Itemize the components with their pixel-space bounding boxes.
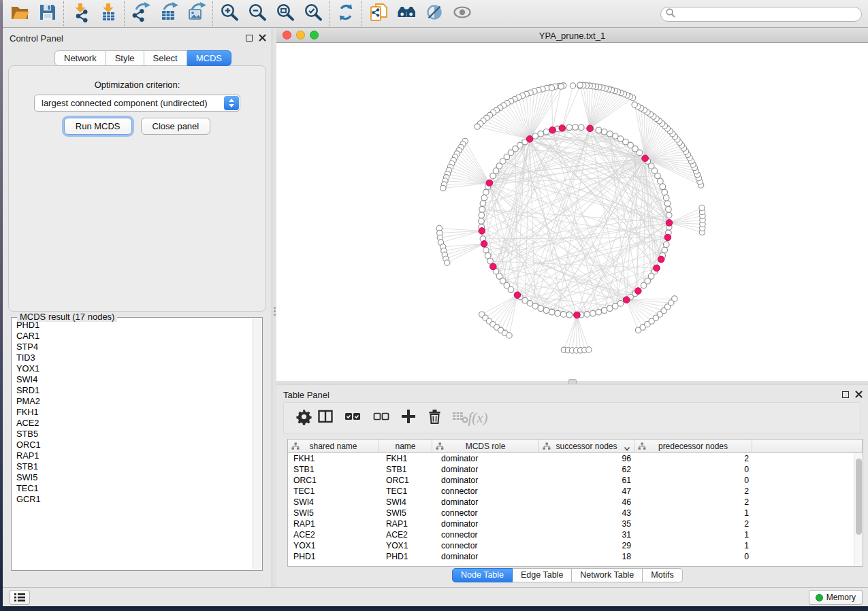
network-canvas[interactable] <box>276 43 868 381</box>
delete-entry-button[interactable] <box>424 404 445 431</box>
tab-select[interactable]: Select <box>144 50 187 66</box>
mcds-result-item[interactable]: SWI5 <box>12 472 253 483</box>
search-input[interactable] <box>679 10 856 19</box>
save-session-button[interactable] <box>33 1 61 26</box>
close-panel-button[interactable]: Close panel <box>141 118 211 135</box>
column-header-name[interactable]: name <box>379 440 432 453</box>
open-file-button[interactable] <box>5 1 33 26</box>
add-entry-button[interactable] <box>398 404 419 431</box>
share-document-button[interactable] <box>364 1 392 26</box>
column-header-successor-nodes[interactable]: successor nodes <box>539 440 634 453</box>
column-header-shared-name[interactable]: shared name <box>288 440 379 453</box>
table-row[interactable]: STB1STB1dominator620 <box>288 464 854 475</box>
mcds-result-item[interactable]: STB5 <box>12 429 253 440</box>
zoom-in-icon <box>219 2 240 25</box>
select-all-icon <box>344 408 361 427</box>
column-header-MCDS-role[interactable]: MCDS role <box>432 440 539 453</box>
float-table-panel-icon[interactable] <box>842 391 849 398</box>
mcds-result-item[interactable]: TEC1 <box>12 483 253 494</box>
zoom-in-button[interactable] <box>215 1 243 26</box>
table-row[interactable]: SWI4SWI4dominator462 <box>288 497 854 508</box>
binoculars-button[interactable] <box>392 1 420 26</box>
delete-table-icon <box>452 409 468 427</box>
tab-network-table[interactable]: Network Table <box>572 568 643 582</box>
zoom-fit-icon <box>275 2 295 25</box>
optimization-criterion-select[interactable]: largest connected component (undirected) <box>34 95 240 112</box>
table-row[interactable]: RAP1RAP1dominator352 <box>288 518 854 529</box>
mcds-result-item[interactable]: PHD1 <box>12 320 253 331</box>
mcds-result-item[interactable]: TID3 <box>12 352 253 363</box>
mcds-result-item[interactable]: ACE2 <box>12 418 253 429</box>
dropdown-stepper-icon <box>224 96 239 110</box>
mcds-result-item[interactable]: PMA2 <box>12 396 253 407</box>
table-panel-title: Table Panel <box>283 390 329 400</box>
table-row[interactable]: FKH1FKH1dominator962 <box>288 453 854 464</box>
close-table-panel-icon[interactable] <box>855 391 863 398</box>
hierarchy-icon <box>291 442 300 452</box>
tab-style[interactable]: Style <box>106 50 144 66</box>
tab-mcds[interactable]: MCDS <box>187 50 231 66</box>
select-all-button[interactable] <box>342 404 363 431</box>
mcds-result-item[interactable]: FKH1 <box>12 407 253 418</box>
zoom-fit-button[interactable] <box>271 1 299 26</box>
mcds-result-item[interactable]: GCR1 <box>12 494 253 505</box>
result-scrollbar[interactable] <box>253 318 261 569</box>
zoom-selected-icon <box>303 2 323 25</box>
table-row[interactable]: PHD1PHD1dominator180 <box>288 551 854 562</box>
tab-node-table[interactable]: Node Table <box>452 568 513 582</box>
zoom-out-button[interactable] <box>243 1 271 26</box>
network-graph[interactable] <box>276 43 868 381</box>
memory-status-icon <box>816 594 823 601</box>
zoom-selected-button[interactable] <box>299 1 327 26</box>
hide-details-button[interactable] <box>420 1 448 26</box>
node-table: shared namenameMCDS rolesuccessor nodesp… <box>287 439 863 567</box>
mcds-result-item[interactable]: CAR1 <box>12 331 253 342</box>
mcds-result-item[interactable]: STP4 <box>12 342 253 352</box>
refresh-icon <box>336 2 356 25</box>
table-scrollbar[interactable] <box>854 453 863 566</box>
show-columns-button[interactable] <box>315 404 336 431</box>
toolbar-separator <box>329 1 329 26</box>
refresh-button[interactable] <box>332 1 359 26</box>
mcds-result-item[interactable]: RAP1 <box>12 450 253 461</box>
status-bar: Memory <box>3 587 868 606</box>
table-settings-button[interactable] <box>293 404 314 431</box>
memory-label: Memory <box>826 593 856 602</box>
network-window-title: YPA_prune.txt_1 <box>276 31 868 41</box>
network-window-titlebar[interactable]: YPA_prune.txt_1 <box>276 28 868 43</box>
deselect-all-icon <box>373 408 389 427</box>
task-history-button[interactable] <box>10 590 30 605</box>
table-row[interactable]: YOX1YOX1connector291 <box>288 540 854 551</box>
export-table-button[interactable] <box>155 1 182 26</box>
mcds-result-item[interactable]: YOX1 <box>12 363 253 374</box>
table-row[interactable]: SWI5SWI5connector431 <box>288 508 854 518</box>
hierarchy-icon <box>638 442 646 452</box>
mcds-result-item[interactable]: STB1 <box>12 461 253 472</box>
float-panel-icon[interactable] <box>246 35 253 42</box>
tab-network[interactable]: Network <box>54 50 106 66</box>
table-row[interactable]: TEC1TEC1connector472 <box>288 486 854 497</box>
table-settings-icon <box>295 408 312 428</box>
mcds-result-item[interactable]: ORC1 <box>12 440 253 450</box>
column-header-predecessor-nodes[interactable]: predecessor nodes <box>634 440 752 453</box>
mcds-pane: Optimization criterion: largest connecte… <box>8 65 266 312</box>
import-network-button[interactable] <box>66 1 94 26</box>
toolbar-separator <box>212 1 213 26</box>
table-row[interactable]: ACE2ACE2connector311 <box>288 529 854 540</box>
close-panel-icon[interactable] <box>259 34 266 42</box>
export-network-button[interactable] <box>127 1 155 26</box>
search-box[interactable] <box>660 7 862 22</box>
memory-button[interactable]: Memory <box>809 590 863 605</box>
mcds-result-box: MCDS result (17 nodes) PHD1CAR1STP4TID3Y… <box>11 317 263 571</box>
mcds-result-item[interactable]: SWI4 <box>12 374 253 385</box>
mcds-result-item[interactable]: SRD1 <box>12 385 253 396</box>
export-image-button[interactable] <box>182 1 210 26</box>
table-scrollbar-thumb[interactable] <box>856 459 862 535</box>
table-row[interactable]: ORC1ORC1dominator610 <box>288 475 854 486</box>
eye-button[interactable] <box>448 1 476 26</box>
tab-motifs[interactable]: Motifs <box>643 568 682 582</box>
import-table-button[interactable] <box>94 1 122 26</box>
tab-edge-table[interactable]: Edge Table <box>513 568 572 582</box>
run-mcds-button[interactable]: Run MCDS <box>64 118 132 135</box>
deselect-all-button[interactable] <box>371 404 391 431</box>
